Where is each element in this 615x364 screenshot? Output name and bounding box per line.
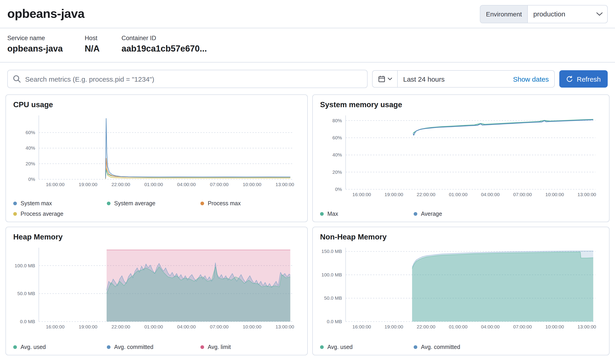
svg-text:19:00:00: 19:00:00 [384,192,403,197]
service-title: opbeans-java [7,7,84,21]
legend-item-process-max[interactable]: Process max [200,200,294,207]
svg-text:10:00:00: 10:00:00 [545,192,564,197]
svg-text:0.0 MB: 0.0 MB [20,319,35,324]
container-id-value: aab19ca1cb57e670... [122,44,207,54]
chevron-down-icon [596,12,603,16]
svg-text:10:00:00: 10:00:00 [243,324,261,329]
host-label: Host [85,35,99,41]
search-input[interactable] [8,70,367,88]
container-id-label: Container ID [122,35,207,41]
svg-text:10:00:00: 10:00:00 [243,182,261,187]
environment-label: Environment [480,5,528,23]
host-value: N/A [85,44,99,54]
host-block: Host N/A [85,35,99,54]
system-memory-usage-legend: MaxAverage [320,206,602,217]
svg-text:150.0 MB: 150.0 MB [321,249,342,254]
refresh-icon [566,76,573,82]
metrics-toolbar: Last 24 hours Show dates Refresh [0,63,615,94]
svg-text:60%: 60% [332,135,342,140]
legend-dot [200,345,204,349]
svg-text:22:00:00: 22:00:00 [111,324,130,329]
legend-item-avg-committed[interactable]: Avg. committed [414,344,507,350]
legend-item-avg-used[interactable]: Avg. used [13,344,107,350]
date-picker-quick-menu[interactable] [373,71,398,87]
svg-text:100.0 MB: 100.0 MB [15,263,35,268]
chart-title-cpu-usage: CPU usage [13,100,300,109]
legend-item-system-average[interactable]: System average [107,200,200,207]
svg-text:13:00:00: 13:00:00 [275,182,294,187]
legend-label: Avg. used [327,344,353,350]
legend-label: Max [327,211,338,217]
legend-label: Process max [208,200,241,207]
chart-title-system-memory-usage: System memory usage [320,100,602,109]
legend-item-avg-limit[interactable]: Avg. limit [200,344,294,350]
svg-text:50.0 MB: 50.0 MB [17,291,35,296]
svg-text:13:00:00: 13:00:00 [578,324,596,329]
svg-text:0%: 0% [335,187,342,192]
cpu-usage-legend: System maxSystem averageProcess maxProce… [13,196,300,217]
svg-text:40%: 40% [332,152,342,157]
service-name-value: opbeans-java [7,44,63,54]
legend-label: System average [114,200,155,207]
time-range-value[interactable]: Last 24 hours [398,75,513,83]
svg-text:20%: 20% [26,161,35,166]
svg-text:40%: 40% [26,145,35,151]
legend-item-average[interactable]: Average [414,211,507,217]
app-viewport: opbeans-java Environment production Serv… [0,0,615,364]
legend-label: Process average [21,211,63,217]
chart-title-non-heap-memory: Non-Heap Memory [320,233,602,241]
legend-dot [107,202,110,205]
heap-memory-chart[interactable]: 0.0 MB50.0 MB100.0 MB16:00:0019:00:0022:… [13,244,300,331]
svg-text:22:00:00: 22:00:00 [111,182,130,187]
legend-item-avg-used[interactable]: Avg. used [320,344,414,350]
svg-text:16:00:00: 16:00:00 [46,182,65,187]
charts-grid: CPU usage 0%20%40%60%16:00:0019:00:0022:… [0,94,615,355]
non-heap-memory-chart[interactable]: 0.0 MB50.0 MB100.0 MB150.0 MB16:00:0019:… [320,244,602,331]
svg-text:07:00:00: 07:00:00 [513,324,532,329]
legend-dot [414,345,417,349]
legend-item-max[interactable]: Max [320,211,414,217]
svg-text:07:00:00: 07:00:00 [210,324,229,329]
heap-memory-legend: Avg. usedAvg. committedAvg. limit [13,339,300,350]
svg-text:07:00:00: 07:00:00 [513,192,532,197]
legend-dot [320,212,324,216]
legend-item-system-max[interactable]: System max [13,200,107,207]
svg-text:13:00:00: 13:00:00 [578,192,596,197]
environment-value: production [533,10,565,18]
svg-text:0%: 0% [28,177,35,182]
svg-text:16:00:00: 16:00:00 [353,192,371,197]
container-id-block: Container ID aab19ca1cb57e670... [122,35,207,54]
legend-label: System max [21,200,52,207]
panel-heap-memory: Heap Memory 0.0 MB50.0 MB100.0 MB16:00:0… [5,227,308,355]
environment-selector[interactable]: Environment production [480,5,608,23]
system-memory-usage-chart[interactable]: 0%20%40%60%80%16:00:0019:00:0022:00:0001… [320,112,602,198]
non-heap-memory-legend: Avg. usedAvg. committed [320,339,602,350]
legend-dot [200,202,204,205]
svg-text:13:00:00: 13:00:00 [275,324,294,329]
chart-title-heap-memory: Heap Memory [13,233,300,241]
svg-text:60%: 60% [26,130,35,135]
svg-text:19:00:00: 19:00:00 [79,182,97,187]
panel-system-memory-usage: System memory usage 0%20%40%60%80%16:00:… [312,94,610,222]
svg-text:01:00:00: 01:00:00 [144,324,163,329]
cpu-usage-chart[interactable]: 0%20%40%60%16:00:0019:00:0022:00:0001:00… [13,112,300,188]
legend-item-process-average[interactable]: Process average [13,211,107,217]
legend-label: Avg. committed [421,344,460,350]
chevron-down-icon [387,78,392,80]
svg-text:10:00:00: 10:00:00 [545,324,564,329]
refresh-button[interactable]: Refresh [559,70,608,88]
panel-cpu-usage: CPU usage 0%20%40%60%16:00:0019:00:0022:… [5,94,308,222]
svg-text:19:00:00: 19:00:00 [79,324,97,329]
svg-text:04:00:00: 04:00:00 [481,192,500,197]
svg-text:100.0 MB: 100.0 MB [321,272,342,277]
show-dates-link[interactable]: Show dates [513,75,554,83]
svg-text:01:00:00: 01:00:00 [449,192,467,197]
legend-item-avg-committed[interactable]: Avg. committed [107,344,200,350]
svg-text:07:00:00: 07:00:00 [210,182,229,187]
environment-select[interactable]: production [528,5,607,23]
svg-text:16:00:00: 16:00:00 [353,324,371,329]
svg-text:04:00:00: 04:00:00 [177,182,196,187]
legend-dot [414,212,417,216]
legend-label: Average [421,211,442,217]
svg-text:01:00:00: 01:00:00 [449,324,467,329]
